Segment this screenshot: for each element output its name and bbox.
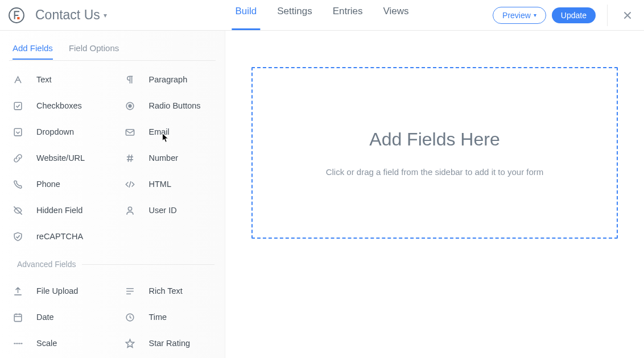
main-tabs: Build Settings Entries Views: [225, 0, 419, 30]
svg-rect-1: [17, 16, 19, 19]
rich-text-icon: [123, 286, 138, 297]
upload-icon: [10, 286, 25, 297]
tab-views[interactable]: Views: [373, 0, 419, 30]
field-label: Paragraph: [149, 75, 188, 84]
app-logo: [8, 7, 25, 24]
field-label: Scale: [36, 339, 57, 348]
clock-icon: [123, 312, 138, 323]
form-title-label: Contact Us: [35, 7, 100, 23]
field-star-rating[interactable]: Star Rating: [113, 330, 225, 356]
field-checkboxes[interactable]: Checkboxes: [0, 93, 113, 119]
field-user-id[interactable]: User ID: [113, 197, 225, 223]
email-icon: [123, 127, 138, 138]
field-website-url[interactable]: Website/URL: [0, 145, 113, 171]
field-label: Radio Buttons: [149, 101, 201, 110]
paragraph-icon: [123, 74, 138, 85]
field-label: Website/URL: [36, 153, 85, 163]
field-label: Hidden Field: [36, 206, 82, 215]
field-label: Dropdown: [36, 127, 74, 136]
field-number[interactable]: Number: [113, 145, 225, 171]
dropzone[interactable]: Add Fields Here Click or drag a field fr…: [251, 67, 618, 239]
checkbox-icon: [10, 101, 25, 111]
hidden-icon: [10, 205, 25, 216]
svg-rect-8: [14, 314, 22, 321]
field-paragraph[interactable]: Paragraph: [113, 66, 225, 93]
radio-icon: [123, 101, 138, 111]
svg-rect-6: [126, 129, 134, 135]
app-header: Contact Us ▾ Build Settings Entries View…: [0, 0, 644, 31]
sidebar-tab-add-fields[interactable]: Add Fields: [13, 43, 53, 60]
hash-icon: [123, 153, 138, 164]
field-label: Rich Text: [149, 286, 183, 295]
star-icon: [123, 338, 138, 349]
svg-rect-2: [14, 102, 22, 110]
field-hidden[interactable]: Hidden Field: [0, 197, 113, 223]
field-label: Email: [149, 127, 170, 136]
user-icon: [123, 205, 138, 216]
vertical-divider: [607, 5, 608, 26]
tab-settings[interactable]: Settings: [267, 0, 322, 30]
update-button[interactable]: Update: [552, 7, 596, 23]
field-date[interactable]: Date: [0, 304, 113, 330]
field-email[interactable]: Email: [113, 119, 225, 145]
field-label: File Upload: [36, 286, 78, 295]
field-label: Star Rating: [149, 339, 191, 348]
field-label: HTML: [149, 180, 171, 189]
calendar-icon: [10, 312, 25, 323]
field-radio-buttons[interactable]: Radio Buttons: [113, 93, 225, 119]
svg-point-7: [128, 207, 131, 210]
svg-point-4: [129, 105, 131, 107]
shield-icon: [10, 231, 25, 242]
field-label: Time: [149, 313, 167, 322]
main-content: Add Fields Field Options Text Paragraph …: [0, 31, 644, 358]
dropzone-title: Add Fields Here: [369, 129, 499, 150]
sidebar-tab-field-options[interactable]: Field Options: [69, 43, 119, 60]
svg-rect-5: [14, 128, 22, 136]
section-label: Advanced Fields: [17, 260, 76, 269]
form-title-dropdown[interactable]: Contact Us ▾: [35, 7, 107, 23]
close-icon: [622, 10, 633, 20]
tab-entries[interactable]: Entries: [323, 0, 373, 30]
chevron-down-icon: ▾: [534, 12, 536, 18]
text-icon: [10, 74, 25, 85]
field-file-upload[interactable]: File Upload: [0, 278, 113, 304]
field-time[interactable]: Time: [113, 304, 225, 330]
header-actions: Preview ▾ Update: [493, 5, 636, 26]
preview-button[interactable]: Preview ▾: [493, 7, 546, 24]
code-icon: [123, 179, 138, 190]
dropdown-icon: [10, 127, 25, 138]
divider: [82, 264, 214, 265]
field-label: Text: [36, 75, 52, 84]
phone-icon: [10, 179, 25, 190]
field-label: Checkboxes: [36, 101, 82, 110]
sidebar-tabs: Add Fields Field Options: [0, 31, 225, 60]
field-label: reCAPTCHA: [36, 232, 83, 241]
link-icon: [10, 153, 25, 164]
scale-icon: [10, 338, 25, 349]
field-rich-text[interactable]: Rich Text: [113, 278, 225, 304]
close-button[interactable]: [619, 7, 636, 24]
chevron-down-icon: ▾: [104, 11, 107, 19]
field-label: Number: [149, 153, 179, 163]
form-canvas: Add Fields Here Click or drag a field fr…: [225, 31, 644, 358]
sidebar: Add Fields Field Options Text Paragraph …: [0, 31, 225, 358]
field-label: Phone: [36, 180, 60, 189]
field-label: Date: [36, 313, 54, 322]
field-html[interactable]: HTML: [113, 171, 225, 197]
field-recaptcha[interactable]: reCAPTCHA: [0, 223, 113, 249]
field-phone[interactable]: Phone: [0, 171, 113, 197]
tab-build[interactable]: Build: [225, 0, 267, 30]
advanced-fields-grid: File Upload Rich Text Date Time Scale St…: [0, 272, 225, 356]
basic-fields-grid: Text Paragraph Checkboxes Radio Buttons …: [0, 61, 225, 249]
field-dropdown[interactable]: Dropdown: [0, 119, 113, 145]
dropzone-subtitle: Click or drag a field from the sidebar t…: [326, 167, 544, 177]
field-scale[interactable]: Scale: [0, 330, 113, 356]
field-text[interactable]: Text: [0, 66, 113, 93]
advanced-fields-header: Advanced Fields: [0, 254, 225, 272]
field-label: User ID: [149, 206, 177, 215]
